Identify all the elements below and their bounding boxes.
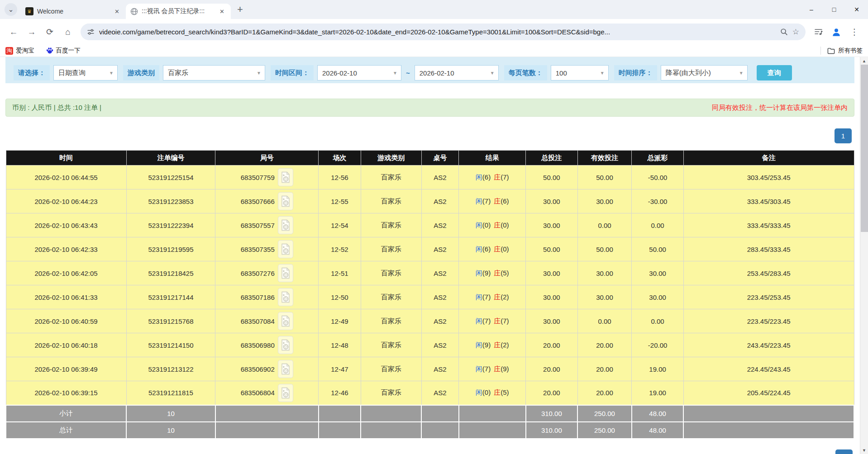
scroll-down-icon[interactable]: ▼ bbox=[860, 446, 868, 454]
cell-payout: 30.00 bbox=[632, 261, 683, 285]
cell-result: 闲(7)庄(6) bbox=[459, 189, 526, 213]
menu-kebab-icon[interactable]: ⋮ bbox=[846, 24, 863, 40]
page-1-button[interactable]: 1 bbox=[835, 128, 852, 143]
subtotal-label: 小计 bbox=[6, 405, 126, 422]
bet-table-body: 2026-02-10 06:44:55 523191225154 6835077… bbox=[6, 166, 854, 405]
cell-time: 2026-02-10 06:40:18 bbox=[6, 333, 126, 357]
chevron-down-icon: ⌄ bbox=[8, 5, 14, 14]
cell-total-bet[interactable]: 50.00 bbox=[526, 237, 577, 261]
sort-select[interactable]: 降幂(由大到小) ▼ bbox=[661, 65, 748, 80]
cell-bet-no: 523191215768 bbox=[126, 309, 215, 333]
table-row: 2026-02-10 06:43:43 523191222394 6835075… bbox=[6, 213, 854, 237]
cell-total-bet[interactable]: 30.00 bbox=[526, 285, 577, 309]
new-tab-button[interactable]: + bbox=[237, 4, 243, 15]
date-range-label: 时间区间： bbox=[271, 65, 314, 80]
video-replay-button[interactable] bbox=[278, 216, 293, 234]
cell-note: 223.45/253.45 bbox=[683, 285, 854, 309]
cell-note: 303.45/253.45 bbox=[683, 166, 854, 189]
date-start-select[interactable]: 2026-02-10 ▼ bbox=[317, 65, 401, 80]
cell-round-no: 683507084 bbox=[215, 309, 319, 333]
col-table-no: 桌号 bbox=[421, 151, 458, 166]
video-replay-button[interactable] bbox=[278, 288, 293, 306]
cell-bet-no: 523191214150 bbox=[126, 333, 215, 357]
cell-result: 闲(0)庄(5) bbox=[459, 381, 526, 405]
total-row: 总计 10 310.00 250.00 48.00 bbox=[6, 422, 854, 439]
cell-total-bet[interactable]: 20.00 bbox=[526, 333, 577, 357]
select-type-label: 请选择： bbox=[14, 65, 50, 80]
profile-avatar[interactable] bbox=[828, 24, 844, 40]
media-controls-icon[interactable] bbox=[810, 24, 826, 40]
cell-valid-bet: 50.00 bbox=[577, 237, 632, 261]
bookmark-taobao[interactable]: 淘 爱淘宝 bbox=[5, 47, 34, 55]
close-icon[interactable]: ✕ bbox=[113, 7, 121, 16]
page-1-button-bottom[interactable] bbox=[835, 449, 853, 454]
cell-session: 12-55 bbox=[319, 189, 361, 213]
video-replay-button[interactable] bbox=[278, 192, 293, 210]
caret-down-icon: ▼ bbox=[600, 71, 605, 76]
bookmark-baidu[interactable]: 百度一下 bbox=[46, 47, 81, 55]
video-replay-button[interactable] bbox=[278, 168, 293, 186]
all-bookmarks-label: 所有书签 bbox=[838, 47, 863, 55]
video-replay-button[interactable] bbox=[278, 240, 293, 258]
table-row: 2026-02-10 06:41:33 523191217144 6835071… bbox=[6, 285, 854, 309]
bookmark-label: 爱淘宝 bbox=[16, 47, 34, 55]
cell-session: 12-50 bbox=[319, 285, 361, 309]
cell-total-bet[interactable]: 20.00 bbox=[526, 381, 577, 405]
query-type-select[interactable]: 日期查询 ▼ bbox=[53, 65, 118, 80]
cell-game-kind: 百家乐 bbox=[361, 309, 421, 333]
search-button[interactable]: 查询 bbox=[757, 65, 792, 80]
minimize-button[interactable]: – bbox=[800, 0, 823, 19]
vertical-scrollbar[interactable]: ▲ ▼ bbox=[860, 57, 868, 454]
date-end-select[interactable]: 2026-02-10 ▼ bbox=[415, 65, 499, 80]
close-icon[interactable]: ✕ bbox=[218, 7, 226, 16]
cell-total-bet[interactable]: 30.00 bbox=[526, 213, 577, 237]
video-replay-button[interactable] bbox=[278, 312, 293, 330]
site-favicon-icon: ♛ bbox=[25, 7, 33, 15]
tab-bet-records[interactable]: :::视讯 会员下注纪录::: ✕ bbox=[126, 4, 231, 19]
cell-round-no: 683506804 bbox=[215, 381, 319, 405]
game-kind-select[interactable]: 百家乐 ▼ bbox=[163, 65, 265, 80]
cell-time: 2026-02-10 06:40:59 bbox=[6, 309, 126, 333]
cell-payout: -50.00 bbox=[632, 166, 683, 189]
close-window-button[interactable]: ✕ bbox=[845, 0, 868, 19]
cell-session: 12-54 bbox=[319, 213, 361, 237]
maximize-button[interactable]: □ bbox=[823, 0, 845, 19]
cell-total-bet[interactable]: 30.00 bbox=[526, 189, 577, 213]
bookmark-star-icon[interactable]: ☆ bbox=[792, 27, 799, 37]
video-replay-button[interactable] bbox=[278, 264, 293, 282]
cell-total-bet[interactable]: 30.00 bbox=[526, 309, 577, 333]
video-replay-button[interactable] bbox=[278, 384, 293, 402]
bookmark-label: 百度一下 bbox=[56, 47, 81, 55]
scrollbar-thumb[interactable] bbox=[861, 65, 868, 232]
cell-valid-bet: 30.00 bbox=[577, 261, 632, 285]
tab-welcome[interactable]: ♛ Welcome ✕ bbox=[21, 4, 126, 19]
site-info-icon[interactable] bbox=[87, 28, 95, 36]
tab-search-button[interactable]: ⌄ bbox=[5, 3, 17, 16]
sort-label: 时间排序： bbox=[614, 65, 657, 80]
globe-icon bbox=[130, 8, 138, 15]
video-replay-button[interactable] bbox=[278, 360, 293, 378]
caret-down-icon: ▼ bbox=[257, 71, 261, 76]
home-button[interactable]: ⌂ bbox=[60, 24, 76, 40]
per-page-select[interactable]: 100 ▼ bbox=[551, 65, 609, 80]
cell-time: 2026-02-10 06:42:33 bbox=[6, 237, 126, 261]
cell-total-bet[interactable]: 30.00 bbox=[526, 261, 577, 285]
subtotal-total-bet: 310.00 bbox=[526, 405, 577, 422]
table-footer: 小计 10 310.00 250.00 48.00 总计 10 310.00 2… bbox=[6, 405, 854, 439]
cell-payout: -30.00 bbox=[632, 189, 683, 213]
back-button[interactable]: ← bbox=[5, 24, 22, 40]
zoom-icon[interactable] bbox=[780, 28, 788, 36]
cell-total-bet[interactable]: 20.00 bbox=[526, 357, 577, 381]
all-bookmarks-button[interactable]: 所有书签 bbox=[820, 47, 863, 55]
scroll-up-icon[interactable]: ▲ bbox=[860, 57, 868, 65]
video-replay-button[interactable] bbox=[278, 336, 293, 354]
table-row: 2026-02-10 06:39:49 523191213122 6835069… bbox=[6, 357, 854, 381]
reload-button[interactable]: ⟳ bbox=[42, 24, 58, 40]
cell-note: 223.45/223.45 bbox=[683, 309, 854, 333]
forward-button[interactable]: → bbox=[24, 24, 40, 40]
cell-total-bet[interactable]: 50.00 bbox=[526, 166, 577, 189]
folder-icon bbox=[827, 47, 835, 54]
cell-valid-bet: 30.00 bbox=[577, 189, 632, 213]
address-bar[interactable]: videoie.com/game/betrecord_search/kind3?… bbox=[81, 24, 806, 40]
cell-valid-bet: 50.00 bbox=[577, 166, 632, 189]
